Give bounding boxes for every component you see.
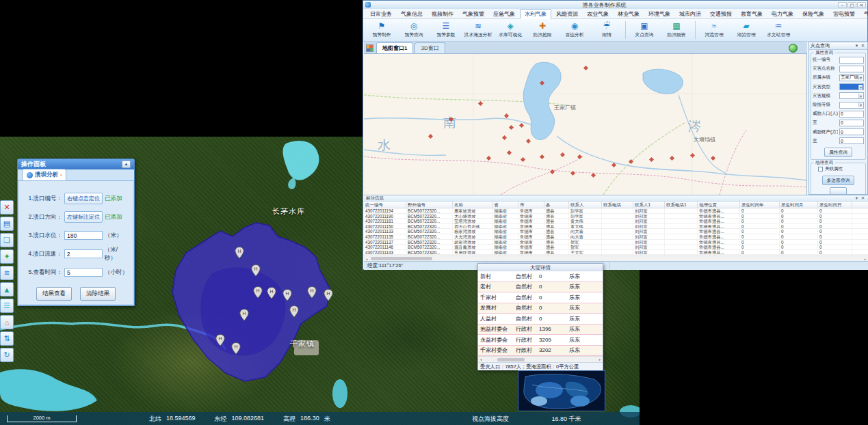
tab-地图窗口1[interactable]: 地图窗口1 [376, 42, 413, 53]
table-row[interactable]: 430722011194BCM50722320...雁家坡滑坡湖南省常德市澧县彭… [364, 208, 868, 214]
operation-panel-dialog[interactable]: 操作面板 ▲ 溃坝分析 ▪ 1.溃口编号：右键点击定位已添加2.溃口方向：左键标… [17, 159, 135, 306]
toolbar-button-flood-submerge-analysis[interactable]: ≋洪水淹没分析 [462, 22, 494, 38]
locate-button[interactable]: 右键点击定位 [64, 193, 103, 204]
table-row[interactable]: 430722011135BCM50722320...大光湾滑坡湖南省常德市澧县向… [364, 234, 868, 240]
toolbar-button-lake-manage[interactable]: ▰湖泊管理 [731, 22, 762, 38]
tab-dam-break-analysis[interactable]: 溃坝分析 ▪ [22, 169, 66, 180]
toolbar-button-reservoir-visualization[interactable]: ◈水库可视化 [495, 22, 526, 38]
horizontal-scrollbar[interactable]: ◂ ▸ [478, 356, 603, 362]
menu-item-气象预警[interactable]: 气象预警 [458, 10, 488, 18]
input-威胁财产(万元)[interactable]: 0 [839, 128, 864, 135]
combo-灾害规模[interactable] [839, 92, 864, 99]
input-灾害点名称[interactable] [839, 66, 864, 72]
scrollbar-thumb[interactable] [371, 257, 432, 260]
pin-icon[interactable]: ▾ [854, 43, 860, 49]
minimize-icon[interactable]: – [838, 2, 847, 8]
village-row[interactable]: 新村自然村0乐东 [478, 271, 603, 282]
menu-item-应急气象[interactable]: 应急气象 [489, 10, 519, 18]
locate-button[interactable]: 左键标注定位 [64, 211, 103, 223]
input-至[interactable]: 0 [839, 137, 864, 144]
scroll-left-icon[interactable]: ◂ [478, 357, 484, 361]
swap-tool[interactable]: ⇅ [0, 331, 14, 346]
vector-map[interactable]: 南 水 涔 王家厂镇 大堰垱镇 [364, 54, 807, 195]
table-row[interactable]: 430722011137BCM50722320...胡家湾滑坡湖南省常德市澧县贺… [364, 240, 868, 245]
tab-close-icon[interactable]: ▪ [60, 173, 62, 177]
toolbar-button-flood-supplies[interactable]: ▦防汛物资 [661, 22, 692, 38]
menu-item-气象活动[interactable]: 气象活动 [860, 10, 868, 18]
menu-item-雷电预警[interactable]: 雷电预警 [829, 10, 859, 18]
pin-icon[interactable]: ▾ [854, 195, 860, 201]
clear-result-button[interactable]: 清除结果 [80, 287, 116, 301]
checkbox-icon[interactable] [818, 167, 823, 172]
map-tool[interactable]: ▤ [0, 217, 14, 231]
tab-3D窗口[interactable]: 3D窗口 [415, 42, 445, 53]
globe-refresh-button[interactable] [789, 44, 798, 53]
layers-tool[interactable]: ☰ [0, 299, 14, 313]
toolbar-button-radar-analysis[interactable]: ◉雷达分析 [559, 22, 590, 38]
toolbar-button-river-manage[interactable]: ≈河流管理 [698, 22, 730, 38]
flood-tool[interactable]: ≋ [0, 266, 14, 280]
view-result-button[interactable]: 结果查看 [36, 287, 72, 301]
dike-detail-popup[interactable]: 大堤详情 新村自然村0乐东老村自然村0乐东千家村自然村0乐东发展村自然村0乐东人… [477, 263, 603, 370]
minimize-button[interactable]: ▲ [122, 161, 131, 168]
table-row[interactable]: 430722011146BCM50722320...观音庵滑坡湖南省常德市澧县贺… [364, 245, 868, 250]
close-icon[interactable]: ✕ [860, 195, 866, 201]
toolbar-button-hydro-station-manage[interactable]: ♒水文站管理 [763, 22, 794, 38]
combo-灾害类型[interactable] [839, 83, 864, 90]
menu-item-林业气象[interactable]: 林业气象 [614, 10, 644, 18]
clipped-query-button[interactable] [830, 187, 847, 195]
table-row[interactable]: 430722011150BCM50722320...四方山危岩体湖南省常德市澧县… [364, 224, 868, 230]
menu-item-交通预报[interactable]: 交通预报 [706, 10, 736, 18]
menu-item-日常业务[interactable]: 日常业务 [366, 10, 396, 18]
input-统一编号[interactable] [839, 57, 864, 64]
image-tool[interactable]: ❏ [0, 233, 14, 247]
village-row[interactable]: 永益村委会行政村3209乐东 [478, 335, 603, 346]
village-row[interactable]: 人益村自然村0乐东 [478, 314, 603, 325]
input-威胁人口(人)[interactable]: 0 [839, 111, 864, 118]
menu-item-教育气象[interactable]: 教育气象 [737, 10, 767, 18]
close-icon[interactable]: ✕ [857, 2, 866, 8]
table-row[interactable]: 430722011133BCM50722320...杨家湾滑坡湖南省常德市澧县向… [364, 229, 868, 234]
link-attribute-option[interactable]: 关联属性 [813, 165, 864, 174]
table-row[interactable]: 430722011190BCM50722320...大山塘滑坡湖南省常德市澧县彭… [364, 214, 868, 219]
menu-item-农业气象[interactable]: 农业气象 [583, 10, 613, 18]
refresh-tool[interactable]: ↻ [0, 348, 14, 362]
polygon-query-button[interactable]: 多边形查询 [822, 176, 855, 185]
village-row[interactable]: 抱益村委会行政村1396乐东 [478, 325, 603, 335]
menu-item-城市内涝[interactable]: 城市内涝 [675, 10, 705, 18]
menu-item-保险气象[interactable]: 保险气象 [798, 10, 828, 18]
menu-item-视频制作[interactable]: 视频制作 [428, 10, 458, 18]
menu-item-环境气象[interactable]: 环境气象 [644, 10, 674, 18]
combo-所属乡镇[interactable]: 王家厂镇 [839, 74, 864, 81]
horizontal-scrollbar[interactable]: ◂ ▸ [364, 256, 868, 261]
toolbar-button-disaster-point-query[interactable]: ▣灾点查询 [629, 22, 660, 38]
param-input[interactable] [64, 268, 103, 277]
close-icon[interactable]: ✕ [860, 43, 866, 49]
menu-item-风能资源[interactable]: 风能资源 [552, 10, 582, 18]
window-titlebar[interactable]: 澧县业务制作系统 – ▢ ✕ [363, 1, 867, 9]
village-row[interactable]: 千家村委会行政村3202乐东 [478, 346, 603, 357]
table-row[interactable]: 430722011143BCM50722320...五房坪滑坡湖南省常德市澧县王… [364, 250, 868, 256]
toolbar-button-alert-query[interactable]: ◎预警查询 [398, 22, 430, 38]
village-row[interactable]: 发展村自然村0乐东 [478, 303, 603, 314]
layers-grid-icon[interactable] [366, 44, 373, 52]
village-row[interactable]: 千家村自然村0乐东 [478, 292, 603, 303]
close-tool[interactable]: ✕ [0, 200, 14, 215]
toolbar-button-alert-params[interactable]: ☰预警参数 [430, 22, 462, 38]
menu-item-水利气象[interactable]: 水利气象 [520, 9, 551, 19]
param-input[interactable] [64, 231, 103, 240]
maximize-icon[interactable]: ▢ [847, 2, 856, 8]
scroll-right-icon[interactable]: ▸ [597, 357, 603, 361]
village-row[interactable]: 老村自然村0乐东 [478, 282, 603, 293]
star-tool[interactable]: ✦ [0, 249, 14, 264]
combo-险情等级[interactable] [839, 102, 864, 109]
toolbar-button-rain-info[interactable]: ☔雨情 [591, 22, 622, 38]
home-tool[interactable]: ⌂ [0, 315, 14, 329]
input-至[interactable]: 0 [839, 120, 864, 126]
table-row[interactable]: 430722011181BCM50722320...宝塔湾滑坡湖南省常德市澧县黄… [364, 219, 868, 224]
menu-item-电力气象[interactable]: 电力气象 [767, 10, 798, 18]
attribute-query-button[interactable]: 属性查询 [824, 148, 852, 157]
scrollbar-thumb[interactable] [497, 358, 525, 361]
param-input[interactable] [64, 249, 103, 258]
terrain-tool[interactable]: ▲ [0, 282, 14, 297]
